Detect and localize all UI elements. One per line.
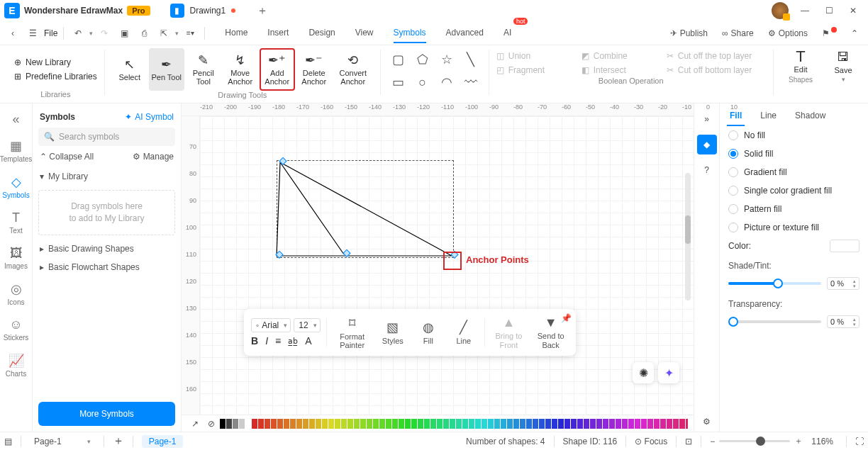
minimize-button[interactable]: — (793, 0, 817, 21)
vtab-symbols[interactable]: ◇Symbols (0, 170, 32, 203)
my-library-item[interactable]: ▾ My Library (38, 167, 175, 186)
collapse-all-button[interactable]: ⌃ Collapse All (40, 152, 94, 162)
zoom-level[interactable]: 116% (811, 437, 833, 446)
vtab-icons[interactable]: ◎Icons (0, 277, 32, 310)
color-swatch[interactable] (635, 419, 640, 429)
color-swatch[interactable] (290, 419, 296, 429)
color-swatch[interactable] (284, 419, 289, 429)
format-painter-button[interactable]: ⌑Format Painter (332, 315, 372, 349)
drop-zone[interactable]: Drag symbols here to add to My Library (38, 190, 175, 235)
maximize-button[interactable]: ☐ (817, 0, 841, 21)
page-tab[interactable]: Page-1 (142, 435, 184, 448)
file-menu[interactable]: File (44, 28, 57, 38)
document-tab[interactable]: ▮ Drawing1 (157, 0, 249, 21)
color-swatch[interactable] (545, 419, 551, 429)
shade-slider[interactable] (728, 282, 821, 285)
shape-line[interactable]: ╲ (460, 50, 482, 69)
zoom-slider[interactable] (719, 440, 790, 442)
color-swatch[interactable] (494, 419, 500, 429)
color-swatch[interactable] (437, 419, 443, 429)
color-swatch[interactable] (462, 419, 468, 429)
font-color-button[interactable]: A (305, 335, 311, 347)
tab-view[interactable]: View (355, 23, 374, 43)
color-swatch[interactable] (296, 419, 302, 429)
intersect-button[interactable]: ◧ Intersect (582, 64, 652, 77)
color-swatch[interactable] (558, 419, 564, 429)
pen-tool[interactable]: ✒Pen Tool (149, 48, 184, 91)
color-swatch[interactable] (539, 419, 545, 429)
color-swatch[interactable] (347, 419, 353, 429)
shape-star[interactable]: ☆ (436, 50, 457, 69)
color-swatch[interactable] (679, 419, 685, 429)
styles-button[interactable]: ▧Styles (378, 320, 408, 345)
sheet-icon[interactable]: ▤ (4, 437, 12, 446)
color-swatch[interactable] (450, 419, 455, 429)
bring-front-button[interactable]: ▲Bring to Front (491, 315, 528, 349)
color-swatch[interactable] (520, 419, 525, 429)
color-swatch[interactable] (392, 419, 398, 429)
color-swatch[interactable] (641, 419, 647, 429)
color-swatch[interactable] (418, 419, 423, 429)
tab-ai[interactable]: AIhot (503, 23, 511, 43)
color-swatch[interactable] (265, 419, 270, 429)
color-swatch[interactable] (239, 419, 245, 429)
options-button[interactable]: ⚙ Options (762, 28, 813, 38)
color-swatch[interactable] (469, 419, 474, 429)
zoom-out-button[interactable]: − (710, 437, 715, 446)
color-swatch[interactable] (386, 419, 391, 429)
close-button[interactable]: ✕ (841, 0, 865, 21)
save-button[interactable]: 🖫Save▾ (825, 45, 861, 88)
color-swatch[interactable] (513, 419, 519, 429)
color-swatch[interactable] (673, 419, 679, 429)
bold-button[interactable]: B (251, 335, 258, 347)
undo-button[interactable]: ↶ (69, 25, 87, 42)
single-gradient-radio[interactable]: Single color gradient fill (720, 181, 868, 200)
color-swatch[interactable] (341, 419, 347, 429)
color-swatch[interactable] (430, 419, 436, 429)
color-swatch[interactable] (226, 419, 232, 429)
shape-roundrect[interactable]: ▭ (388, 72, 409, 92)
focus-button[interactable]: ⊙ Focus (635, 437, 667, 446)
color-swatch[interactable] (660, 419, 666, 429)
color-swatch[interactable] (507, 419, 513, 429)
shape-curve[interactable]: 〰 (460, 72, 482, 92)
combine-button[interactable]: ◩ Combine (582, 50, 652, 62)
size-select[interactable]: 12 (294, 318, 320, 332)
vtab-images[interactable]: 🖼Images (0, 242, 32, 274)
cut-bottom-button[interactable]: ✂ Cut off bottom layer (667, 64, 766, 77)
color-swatch[interactable] (322, 419, 328, 429)
color-swatch[interactable] (443, 419, 449, 429)
edit-button[interactable]: TEditShapes (783, 45, 818, 88)
fullscreen-button[interactable]: ⛶ (855, 437, 864, 446)
add-page-button[interactable]: ＋ (113, 434, 124, 449)
ai-symbol-button[interactable]: ✦ AI Symbol (125, 112, 174, 122)
shape-rect[interactable]: ▢ (388, 50, 409, 69)
font-select[interactable]: ◦ Arial (251, 318, 291, 332)
more-icon[interactable]: ≡▾ (182, 25, 199, 42)
share-button[interactable]: ∞ Share (716, 28, 760, 38)
color-swatch[interactable] (571, 419, 577, 429)
move-anchor-tool[interactable]: ↯Move Anchor (223, 48, 258, 91)
color-swatch[interactable] (277, 419, 283, 429)
notification-button[interactable]: ⚑ (816, 28, 842, 38)
color-swatch[interactable] (335, 419, 340, 429)
color-swatch[interactable] (590, 419, 596, 429)
avatar[interactable] (772, 2, 789, 19)
color-swatch[interactable] (245, 419, 251, 429)
tab-insert[interactable]: Insert (267, 23, 289, 43)
color-swatch[interactable] (373, 419, 379, 429)
shape-arc[interactable]: ◠ (436, 72, 457, 92)
page-select[interactable]: Page-1 ▾ (30, 437, 95, 446)
new-library-button[interactable]: ⊕New Library (14, 57, 71, 67)
export-icon[interactable]: ⇱ (155, 25, 172, 42)
save-icon[interactable]: ▣ (116, 25, 133, 42)
scrollbar[interactable] (685, 173, 691, 300)
color-swatch[interactable] (482, 419, 487, 429)
color-swatch[interactable] (456, 419, 462, 429)
picture-radio[interactable]: Picture or texture fill (720, 218, 868, 237)
color-swatch[interactable] (533, 419, 538, 429)
color-swatch[interactable] (603, 419, 608, 429)
color-swatch[interactable] (271, 419, 277, 429)
back-button[interactable]: ‹ (4, 25, 21, 42)
manage-button[interactable]: ⚙ Manage (133, 152, 174, 162)
